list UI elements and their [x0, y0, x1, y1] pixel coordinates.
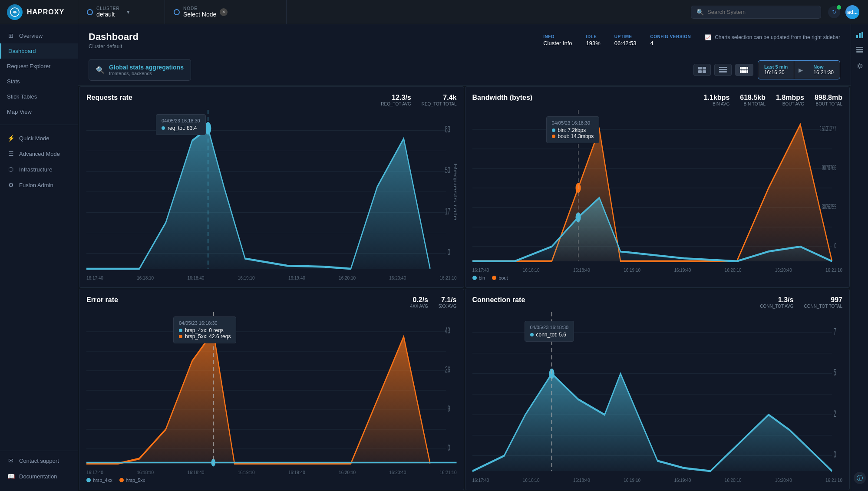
legend-5xx: hrsp_5xx: [119, 478, 145, 483]
svg-text:15131277: 15131277: [819, 125, 836, 133]
req-stat-2: 7.4k REQ_TOT TOTAL: [422, 94, 457, 106]
node-close-button[interactable]: ✕: [220, 8, 228, 16]
svg-text:9078766: 9078766: [822, 165, 836, 172]
view-button-2[interactable]: [714, 64, 732, 76]
bw-stat-1-value: 1.1kbps: [704, 94, 730, 102]
right-icon-table[interactable]: [853, 43, 867, 57]
error-rate-stats: 0.2/s 4XX AVG 7.1/s 5XX AVG: [410, 296, 456, 309]
sidebar-item-advanced-mode[interactable]: ☰ Advanced Mode: [0, 146, 78, 161]
search-box[interactable]: 🔍: [691, 6, 821, 19]
svg-point-77: [858, 65, 861, 67]
refresh-button[interactable]: ↻: [828, 6, 840, 18]
bw-stat-3-label: BOUT AVG: [776, 102, 804, 106]
svg-text:0: 0: [448, 247, 450, 258]
err-tooltip-4xx-label: hrsp_4xx: 0 reqs: [185, 327, 224, 333]
legend-bout: bout: [492, 275, 508, 280]
sidebar-item-request-explorer[interactable]: Request Explorer: [0, 59, 78, 74]
tooltip-date: 04/05/23 16:18:30: [162, 118, 200, 123]
legend-bin: bin: [472, 275, 485, 280]
global-stats-icon: 🔍: [96, 66, 105, 74]
node-info: NODE Select Node: [183, 6, 216, 18]
grid-2col-icon: [698, 67, 706, 73]
charts-grid: Requests rate 12.3/s REQ_TOT AVG 7.4k RE…: [78, 86, 851, 491]
bw-stat-2: 618.5kb BIN TOTAL: [740, 94, 766, 106]
requests-rate-svg: Requests rate 83 50 17 0: [86, 110, 457, 274]
svg-text:3026255: 3026255: [822, 204, 836, 211]
main-layout: ⊞ Overview Dashboard Request Explorer St…: [0, 24, 868, 491]
bw-tooltip-row-bin: bin: 7.2kbps: [552, 127, 594, 133]
error-rate-svg: 43 26 9 0: [86, 312, 457, 468]
dashboard-title-row: Dashboard Cluster default INFO Cluster I…: [89, 31, 840, 49]
view-controls: [693, 64, 753, 76]
sidebar-item-dashboard[interactable]: Dashboard: [0, 43, 78, 59]
err-stat-2: 7.1/s 5XX AVG: [439, 296, 457, 309]
overview-icon: ⊞: [7, 32, 15, 39]
main-content: Dashboard Cluster default INFO Cluster I…: [78, 24, 851, 491]
right-sidebar: i: [851, 24, 868, 491]
err-tooltip-row-5xx: hrsp_5xx: 42.6 reqs: [179, 333, 231, 339]
connection-rate-stats: 1.3/s CONN_TOT AVG 997 CONN_TOT TOTAL: [760, 296, 842, 309]
svg-rect-1: [698, 67, 702, 69]
grid-4col-icon: [740, 67, 749, 73]
svg-text:26: 26: [445, 365, 450, 374]
fusion-admin-icon: ⚙: [7, 181, 15, 188]
err-stat-2-value: 7.1/s: [439, 296, 457, 304]
avatar[interactable]: ad...: [845, 5, 859, 19]
conn-stat-1-value: 1.3/s: [760, 296, 793, 304]
header-bottom: 🔍 Global stats aggregations frontends, b…: [89, 55, 840, 85]
connection-rate-area: 7 5 2 0 04/05/23 16:18:30 conn_tot: 5.6: [472, 312, 843, 476]
meta-idle-label: IDLE: [586, 34, 601, 39]
search-icon: 🔍: [696, 9, 704, 16]
sidebar-item-label: Map View: [7, 109, 32, 115]
svg-rect-73: [861, 32, 863, 38]
err-tooltip-5xx-label: hrsp_5xx: 42.6 reqs: [185, 333, 231, 339]
bandwidth-area: 15131277 9078766 3026255 0 04/05/23 16:1…: [472, 110, 843, 266]
legend-5xx-dot: [119, 478, 124, 482]
tooltip-label: req_tot: 83.4: [168, 125, 197, 131]
list-icon: [719, 67, 727, 73]
cluster-selector[interactable]: CLUSTER default ▾: [78, 0, 165, 24]
svg-rect-2: [703, 67, 706, 69]
svg-text:7: 7: [833, 326, 836, 337]
view-button-3[interactable]: [735, 64, 753, 76]
right-icon-chart[interactable]: [853, 28, 867, 42]
bw-stat-2-label: BIN TOTAL: [740, 102, 766, 106]
time-range-left: Last 5 min 16:16:30: [758, 61, 794, 79]
sidebar-item-stick-tables[interactable]: Stick Tables: [0, 89, 78, 104]
legend-bin-label: bin: [479, 275, 485, 280]
sidebar-item-contact-support[interactable]: ✉ Contact support: [0, 453, 78, 468]
svg-rect-11: [746, 67, 748, 69]
bw-stat-4-label: BOUT TOTAL: [815, 102, 842, 106]
meta-config-label: CONFIG VERSION: [650, 34, 691, 39]
sidebar-item-overview[interactable]: ⊞ Overview: [0, 28, 78, 43]
req-stat-1: 12.3/s REQ_TOT AVG: [381, 94, 411, 106]
global-stats-button[interactable]: 🔍 Global stats aggregations frontends, b…: [89, 59, 191, 81]
requests-rate-chart: Requests rate 12.3/s REQ_TOT AVG 7.4k RE…: [79, 86, 464, 288]
sidebar-item-infrastructure[interactable]: ⬡ Infrastructure: [0, 161, 78, 177]
svg-text:0: 0: [448, 443, 450, 452]
bandwidth-header: Bandwidth (bytes) 1.1kbps BIN AVG 618.5k…: [472, 94, 843, 106]
meta-uptime: UPTIME 06:42:53: [614, 34, 637, 46]
sidebar-item-documentation[interactable]: 📖 Documentation: [0, 468, 78, 484]
svg-rect-14: [744, 70, 746, 73]
time-range-selector[interactable]: Last 5 min 16:16:30 ▶ Now 16:21:30: [758, 60, 840, 79]
sidebar-item-quick-mode[interactable]: ⚡ Quick Mode: [0, 130, 78, 146]
right-icon-info[interactable]: i: [854, 472, 866, 484]
global-stats-subtitle: frontends, backends: [109, 71, 184, 76]
conn-stat-1: 1.3/s CONN_TOT AVG: [760, 296, 793, 309]
refresh-badge: [837, 5, 841, 10]
error-rate-header: Error rate 0.2/s 4XX AVG 7.1/s 5XX AVG: [86, 296, 457, 309]
meta-idle: IDLE 193%: [586, 34, 601, 46]
error-rate-area: 43 26 9 0 04/05/23 16:18:30 hrsp_4xx: 0 …: [86, 312, 457, 468]
right-icon-settings[interactable]: [853, 59, 867, 73]
sidebar-main-section: ⊞ Overview Dashboard Request Explorer St…: [0, 24, 78, 123]
sidebar-item-map-view[interactable]: Map View: [0, 104, 78, 119]
sidebar-item-label: Contact support: [19, 458, 59, 464]
view-button-1[interactable]: [693, 64, 711, 76]
requests-rate-area: Requests rate 83 50 17 0 04/05/23 16:18:…: [86, 110, 457, 274]
sidebar-item-stats[interactable]: Stats: [0, 74, 78, 89]
node-selector[interactable]: NODE Select Node ✕: [165, 0, 287, 24]
bw-stat-4: 898.8mb BOUT TOTAL: [815, 94, 842, 106]
sidebar-item-fusion-admin[interactable]: ⚙ Fusion Admin: [0, 177, 78, 193]
search-input[interactable]: [707, 9, 815, 15]
